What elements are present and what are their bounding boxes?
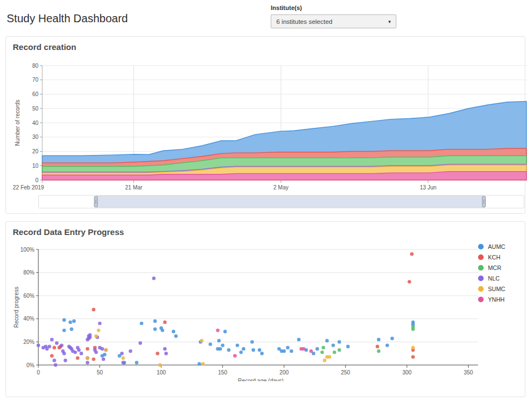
legend-dot-icon — [478, 297, 484, 302]
svg-text:21 Mar: 21 Mar — [125, 184, 143, 191]
legend-dot-icon — [478, 265, 484, 271]
institutes-select[interactable]: 6 institutes selected ▾ — [271, 14, 396, 28]
legend-label: KCH — [488, 254, 500, 261]
svg-text:Record age (days): Record age (days) — [238, 378, 284, 381]
svg-text:150: 150 — [218, 369, 227, 376]
svg-text:100%: 100% — [20, 247, 34, 253]
slider-selected-range[interactable] — [96, 196, 485, 208]
legend-item-mcr[interactable]: MCR — [478, 264, 525, 271]
legend-item-kch[interactable]: KCH — [478, 254, 525, 261]
record-creation-title: Record creation — [13, 42, 525, 52]
svg-text:60: 60 — [32, 91, 39, 97]
svg-text:60%: 60% — [23, 293, 34, 299]
page-title: Study Health Dashboard — [7, 12, 128, 25]
legend-label: SUMC — [488, 286, 505, 292]
slider-handle-left[interactable] — [94, 196, 98, 207]
dashboard-header: Study Health Dashboard Institute(s) 6 in… — [0, 0, 532, 34]
legend-label: MCR — [488, 264, 501, 271]
svg-text:100: 100 — [157, 369, 166, 376]
svg-text:80%: 80% — [23, 269, 34, 276]
svg-text:Record progress: Record progress — [13, 287, 19, 328]
legend-dot-icon — [478, 286, 484, 292]
svg-text:0%: 0% — [27, 362, 35, 368]
legend-item-nlc[interactable]: NLC — [478, 275, 525, 282]
legend-item-ynhh[interactable]: YNHH — [478, 296, 525, 303]
svg-text:350: 350 — [464, 369, 473, 376]
chart-legend: AUMCKCHMCRNLCSUMCYNHH — [478, 243, 525, 381]
svg-text:40: 40 — [32, 120, 39, 126]
svg-text:50: 50 — [32, 106, 39, 112]
svg-text:22 Feb 2019: 22 Feb 2019 — [13, 184, 44, 191]
svg-text:0: 0 — [37, 369, 40, 376]
chevron-down-icon: ▾ — [388, 19, 391, 24]
svg-text:10: 10 — [32, 163, 39, 169]
svg-text:50: 50 — [97, 369, 103, 376]
data-entry-progress-title: Record Data Entry Progress — [13, 227, 525, 237]
svg-text:80: 80 — [32, 63, 39, 69]
svg-text:20%: 20% — [23, 339, 34, 345]
svg-text:30: 30 — [32, 134, 39, 140]
svg-text:0: 0 — [35, 177, 38, 183]
data-entry-progress-panel: Record Data Entry Progress 0%20%40%60%80… — [6, 221, 525, 397]
institutes-select-value: 6 institutes selected — [276, 18, 332, 25]
institutes-label: Institute(s) — [271, 4, 396, 11]
svg-text:Number of records: Number of records — [14, 100, 21, 146]
legend-item-aumc[interactable]: AUMC — [478, 243, 525, 250]
institute-filter: Institute(s) 6 institutes selected ▾ — [271, 4, 396, 28]
svg-text:200: 200 — [280, 369, 289, 376]
legend-dot-icon — [478, 276, 484, 281]
svg-text:70: 70 — [32, 77, 39, 83]
svg-text:300: 300 — [402, 369, 412, 376]
slider-handle-right[interactable] — [482, 196, 486, 207]
svg-text:40%: 40% — [23, 316, 34, 322]
svg-text:20: 20 — [32, 148, 39, 154]
legend-label: NLC — [488, 275, 500, 282]
record-creation-area-chart[interactable]: 0102030405060708022 Feb 201921 Mar2 May1… — [13, 54, 527, 193]
legend-dot-icon — [478, 244, 484, 249]
svg-text:13 Jun: 13 Jun — [420, 184, 436, 191]
record-progress-scatter-chart[interactable]: 0%20%40%60%80%100%050100150200250300350R… — [13, 239, 478, 381]
legend-label: AUMC — [488, 243, 505, 250]
legend-label: YNHH — [488, 296, 505, 303]
legend-item-sumc[interactable]: SUMC — [478, 286, 525, 292]
svg-text:250: 250 — [341, 369, 350, 376]
svg-text:2 May: 2 May — [274, 184, 289, 191]
legend-dot-icon — [478, 254, 484, 260]
record-creation-panel: Record creation 0102030405060708022 Feb … — [6, 36, 525, 214]
date-range-slider[interactable] — [38, 195, 524, 208]
